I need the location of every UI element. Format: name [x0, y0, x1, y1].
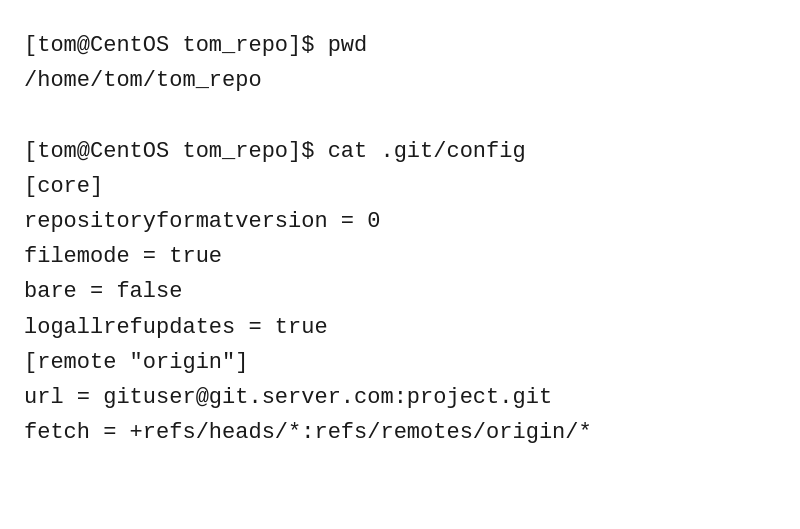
terminal-line-2: /home/tom/tom_repo [24, 63, 776, 98]
terminal-line-1: [tom@CentOS tom_repo]$ pwd [24, 28, 776, 63]
terminal-line-11: fetch = +refs/heads/*:refs/remotes/origi… [24, 415, 776, 450]
terminal-line-3: [tom@CentOS tom_repo]$ cat .git/config [24, 134, 776, 169]
terminal-line-5: repositoryformatversion = 0 [24, 204, 776, 239]
terminal-line-4: [core] [24, 169, 776, 204]
terminal-line-7: bare = false [24, 274, 776, 309]
terminal-line-6: filemode = true [24, 239, 776, 274]
terminal-empty-line-1 [24, 98, 776, 133]
terminal-window: [tom@CentOS tom_repo]$ pwd /home/tom/tom… [0, 0, 800, 529]
terminal-line-8: logallrefupdates = true [24, 310, 776, 345]
terminal-line-9: [remote "origin"] [24, 345, 776, 380]
terminal-line-10: url = gituser@git.server.com:project.git [24, 380, 776, 415]
